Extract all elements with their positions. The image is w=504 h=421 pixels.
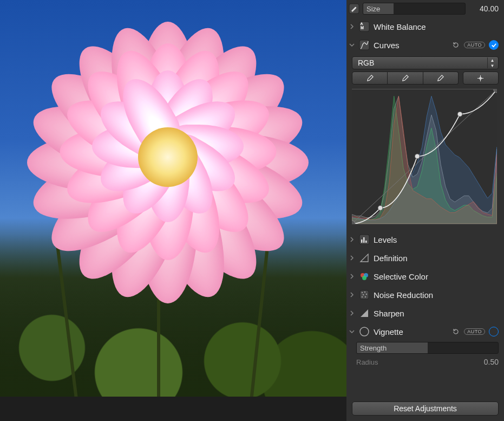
section-sharpen[interactable]: Sharpen	[346, 304, 504, 322]
svg-point-21	[362, 276, 366, 280]
adjustments-sidebar: Size 40.00 White Balance Curves AUTO RGB	[346, 0, 504, 421]
svg-point-9	[378, 205, 383, 210]
selective-color-icon	[359, 271, 370, 282]
vignette-auto-button[interactable]: AUTO	[464, 328, 485, 335]
section-levels[interactable]: Levels	[346, 230, 504, 249]
photo-preview[interactable]	[0, 0, 346, 397]
eyedropper-white-button[interactable]	[423, 72, 459, 85]
svg-rect-16	[361, 239, 363, 243]
curves-channel-select[interactable]: RGB ▲▼	[352, 56, 499, 69]
vignette-icon	[359, 326, 370, 337]
photo-canvas	[0, 0, 346, 421]
vignette-radius-label: Radius	[356, 358, 378, 366]
reset-adjustments-button[interactable]: Reset Adjustments	[352, 401, 499, 416]
svg-rect-18	[365, 241, 367, 243]
section-curves[interactable]: Curves AUTO	[346, 36, 504, 54]
noise-reduction-label: Noise Reduction	[374, 290, 499, 300]
vignette-radius-value[interactable]: 0.50	[469, 358, 499, 366]
svg-point-28	[365, 296, 366, 297]
reset-vignette-icon[interactable]	[451, 327, 460, 336]
reset-curves-icon[interactable]	[451, 41, 460, 49]
svg-point-26	[366, 294, 367, 295]
definition-label: Definition	[374, 254, 499, 263]
svg-point-25	[363, 294, 364, 295]
levels-label: Levels	[374, 235, 499, 244]
levels-icon	[359, 234, 370, 245]
noise-reduction-icon	[359, 289, 370, 300]
svg-point-10	[415, 154, 420, 159]
curves-channel-value: RGB	[358, 59, 374, 67]
size-label: Size	[366, 5, 380, 13]
select-stepper-icon[interactable]: ▲▼	[487, 57, 497, 68]
eyedropper-black-button[interactable]	[352, 72, 388, 85]
brush-icon	[349, 3, 359, 14]
curves-auto-button[interactable]: AUTO	[464, 42, 485, 48]
vignette-strength-slider[interactable]: Strength	[356, 342, 499, 354]
white-balance-label: White Balance	[374, 22, 499, 31]
size-slider[interactable]: Size	[363, 3, 466, 15]
selective-color-label: Selective Color	[374, 272, 499, 281]
sharpen-label: Sharpen	[374, 309, 499, 318]
svg-rect-22	[360, 290, 369, 299]
chevron-right-icon[interactable]	[349, 310, 355, 316]
size-value[interactable]: 40.00	[469, 4, 499, 13]
svg-point-23	[362, 292, 363, 293]
chevron-right-icon[interactable]	[349, 273, 355, 280]
svg-point-27	[362, 296, 363, 297]
section-definition[interactable]: Definition	[346, 249, 504, 267]
curves-histogram[interactable]	[352, 89, 497, 224]
chevron-right-icon[interactable]	[349, 23, 355, 30]
eyedropper-gray-button[interactable]	[388, 72, 423, 85]
curves-icon	[359, 40, 370, 50]
sharpen-icon	[359, 308, 370, 319]
section-noise-reduction[interactable]: Noise Reduction	[346, 286, 504, 304]
definition-icon	[359, 252, 370, 263]
vignette-strength-label: Strength	[360, 344, 387, 352]
chevron-down-icon[interactable]	[349, 42, 355, 48]
chevron-right-icon[interactable]	[349, 255, 355, 261]
svg-point-24	[364, 292, 365, 293]
svg-point-1	[355, 7, 356, 8]
vignette-toggle[interactable]	[489, 327, 499, 336]
curves-label: Curves	[374, 41, 448, 50]
svg-point-29	[360, 327, 369, 336]
chevron-right-icon[interactable]	[349, 292, 355, 298]
chevron-down-icon[interactable]	[349, 328, 355, 335]
section-selective-color[interactable]: Selective Color	[346, 267, 504, 286]
curves-toggle[interactable]	[489, 40, 499, 50]
svg-rect-17	[363, 237, 365, 243]
vignette-label: Vignette	[374, 327, 448, 336]
chevron-right-icon[interactable]	[349, 236, 355, 243]
section-vignette[interactable]: Vignette AUTO	[346, 322, 504, 341]
white-balance-icon	[359, 21, 370, 32]
section-white-balance[interactable]: White Balance	[346, 17, 504, 36]
svg-point-11	[457, 112, 462, 116]
add-point-button[interactable]	[463, 72, 499, 85]
